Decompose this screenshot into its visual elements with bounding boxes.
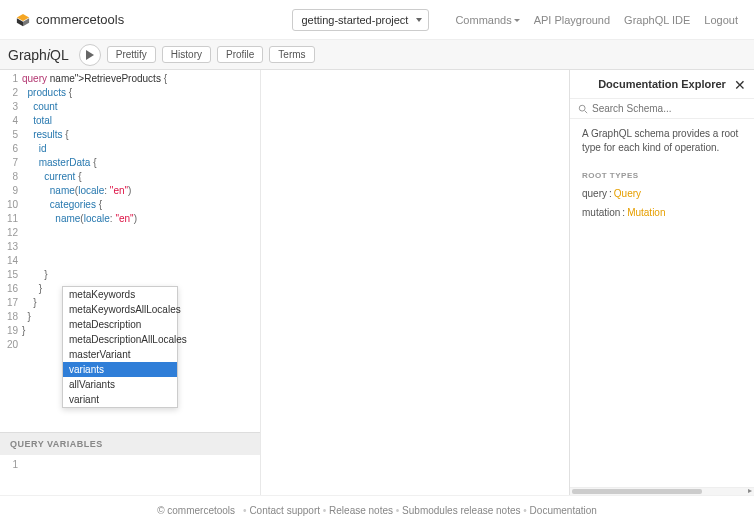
svg-line-5 (585, 110, 588, 113)
graphiql-logo: GraphiQL (8, 47, 69, 63)
line-number: 5 (0, 128, 18, 142)
query-variables-section: QUERY VARIABLES 1 (0, 432, 260, 495)
autocomplete-item[interactable]: metaKeywordsAllLocales (63, 302, 177, 317)
doc-header: Documentation Explorer ✕ (570, 70, 754, 99)
query-editor-pane: 1234567891011121314151617181920 query na… (0, 70, 260, 495)
code-line[interactable]: id (22, 142, 260, 156)
doc-description: A GraphQL schema provides a root type fo… (570, 119, 754, 163)
line-number: 2 (0, 86, 18, 100)
execute-button[interactable] (79, 44, 101, 66)
caret-down-icon (514, 19, 520, 22)
brand-logo: commercetools (16, 12, 124, 27)
line-number: 1 (0, 72, 18, 86)
line-number: 11 (0, 212, 18, 226)
nav-logout[interactable]: Logout (704, 14, 738, 26)
line-number: 18 (0, 310, 18, 324)
svg-marker-3 (86, 50, 94, 60)
line-number: 3 (0, 100, 18, 114)
line-number: 6 (0, 142, 18, 156)
code-line[interactable]: count (22, 100, 260, 114)
footer-link[interactable]: Contact support (249, 505, 320, 516)
code-line[interactable]: } (22, 268, 260, 282)
qv-line-number: 1 (0, 459, 22, 491)
code-line[interactable]: name(locale: "en") (22, 212, 260, 226)
prettify-button[interactable]: Prettify (107, 46, 156, 63)
doc-search-input[interactable] (592, 103, 746, 114)
code-line[interactable] (22, 254, 260, 268)
autocomplete-item[interactable]: variant (63, 392, 177, 407)
line-number: 14 (0, 254, 18, 268)
doc-horizontal-scrollbar[interactable] (570, 487, 754, 495)
close-icon[interactable]: ✕ (734, 77, 746, 93)
project-select[interactable]: getting-started-project (292, 9, 429, 31)
code-line[interactable] (22, 240, 260, 254)
line-number: 8 (0, 170, 18, 184)
doc-search-box[interactable] (570, 99, 754, 119)
search-icon (578, 104, 588, 114)
autocomplete-item[interactable]: variants (63, 362, 177, 377)
result-pane (260, 70, 569, 495)
svg-point-4 (579, 105, 585, 111)
line-number: 4 (0, 114, 18, 128)
footer-link[interactable]: Submodules release notes (402, 505, 520, 516)
project-selected-value: getting-started-project (301, 14, 408, 26)
footer-link[interactable]: Documentation (530, 505, 597, 516)
line-number: 12 (0, 226, 18, 240)
line-number: 19 (0, 324, 18, 338)
brand-name: commercetools (36, 12, 124, 27)
line-number: 17 (0, 296, 18, 310)
line-number: 9 (0, 184, 18, 198)
query-variables-editor[interactable]: 1 (0, 455, 260, 495)
doc-root-types-heading: ROOT TYPES (570, 163, 754, 184)
top-header: commercetools getting-started-project Co… (0, 0, 754, 40)
footer: © commercetools • Contact support • Rele… (0, 495, 754, 525)
commercetools-logo-icon (16, 13, 30, 27)
line-number: 7 (0, 156, 18, 170)
nav-api-playground[interactable]: API Playground (534, 14, 610, 26)
autocomplete-item[interactable]: metaDescription (63, 317, 177, 332)
main-area: 1234567891011121314151617181920 query na… (0, 70, 754, 495)
line-gutter: 1234567891011121314151617181920 (0, 72, 22, 432)
nav-graphql-ide[interactable]: GraphQL IDE (624, 14, 690, 26)
code-line[interactable]: query name">RetrieveProducts { (22, 72, 260, 86)
code-line[interactable]: categories { (22, 198, 260, 212)
code-line[interactable] (22, 226, 260, 240)
autocomplete-item[interactable]: masterVariant (63, 347, 177, 362)
autocomplete-item[interactable]: allVariants (63, 377, 177, 392)
line-number: 16 (0, 282, 18, 296)
profile-button[interactable]: Profile (217, 46, 263, 63)
nav-commands[interactable]: Commands (455, 14, 519, 26)
doc-root-type-entry[interactable]: query:Query (570, 184, 754, 203)
terms-button[interactable]: Terms (269, 46, 314, 63)
footer-copyright: © commercetools (157, 505, 235, 516)
code-line[interactable]: total (22, 114, 260, 128)
autocomplete-item[interactable]: metaKeywords (63, 287, 177, 302)
query-variables-title[interactable]: QUERY VARIABLES (0, 433, 260, 455)
line-number: 15 (0, 268, 18, 282)
code-line[interactable]: current { (22, 170, 260, 184)
line-number: 20 (0, 338, 18, 352)
documentation-explorer: Documentation Explorer ✕ A GraphQL schem… (569, 70, 754, 495)
code-line[interactable]: name(locale: "en") (22, 184, 260, 198)
code-line[interactable]: products { (22, 86, 260, 100)
code-line[interactable]: masterData { (22, 156, 260, 170)
autocomplete-popup[interactable]: metaKeywordsmetaKeywordsAllLocalesmetaDe… (62, 286, 178, 408)
graphiql-toolbar: GraphiQL Prettify History Profile Terms (0, 40, 754, 70)
doc-root-type-entry[interactable]: mutation:Mutation (570, 203, 754, 222)
doc-title: Documentation Explorer (598, 78, 726, 90)
line-number: 10 (0, 198, 18, 212)
line-number: 13 (0, 240, 18, 254)
autocomplete-item[interactable]: metaDescriptionAllLocales (63, 332, 177, 347)
history-button[interactable]: History (162, 46, 211, 63)
code-line[interactable]: results { (22, 128, 260, 142)
play-icon (85, 50, 95, 60)
footer-link[interactable]: Release notes (329, 505, 393, 516)
